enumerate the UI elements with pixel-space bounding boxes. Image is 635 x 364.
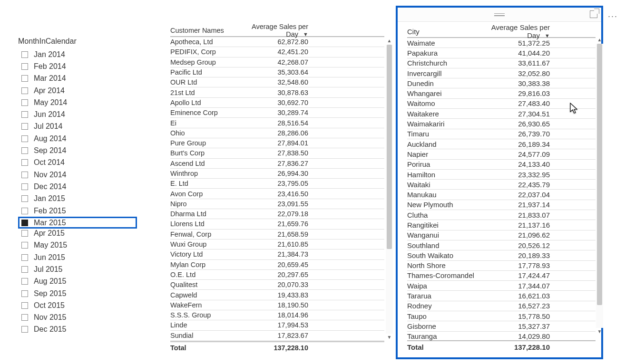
scroll-down-icon[interactable]: ▼: [387, 334, 392, 341]
checkbox-icon[interactable]: [21, 111, 28, 118]
table-row[interactable]: Apotheca, Ltd62,872.80: [170, 37, 384, 47]
visual-header[interactable]: [398, 8, 601, 22]
slicer-item[interactable]: Feb 2014: [18, 60, 137, 72]
table-row[interactable]: Taupo15,778.50: [407, 311, 596, 321]
slicer-item[interactable]: Sep 2015: [18, 287, 137, 299]
table-row[interactable]: Nipro23,091.55: [170, 199, 384, 209]
checkbox-icon[interactable]: [21, 208, 28, 214]
table-row[interactable]: E. Ltd23,795.05: [170, 179, 384, 189]
column-header-customer[interactable]: Customer Names: [170, 27, 251, 34]
table-row[interactable]: Tauranga14,029.80: [407, 332, 596, 340]
table-row[interactable]: Napier24,577.09: [407, 149, 596, 159]
slicer-item[interactable]: Apr 2014: [18, 85, 137, 96]
checkbox-icon[interactable]: [21, 99, 28, 106]
slicer-item[interactable]: Jan 2014: [18, 48, 137, 60]
table-row[interactable]: Ascend Ltd27,836.27: [170, 159, 384, 169]
column-header-avg-sales[interactable]: Average Sales per Day ▼: [483, 23, 550, 39]
table-row[interactable]: New Plymouth21,937.14: [407, 200, 596, 210]
table-row[interactable]: Wuxi Group21,610.85: [170, 239, 384, 249]
table-row[interactable]: Papakura41,044.20: [407, 48, 596, 58]
table-row[interactable]: Tararua16,621.03: [407, 291, 596, 301]
table-row[interactable]: Timaru26,739.70: [407, 129, 596, 139]
scrollbar[interactable]: ▲ ▼: [386, 37, 393, 341]
table-row[interactable]: Rodney16,527.23: [407, 301, 596, 311]
slicer-item[interactable]: Aug 2014: [18, 133, 137, 144]
table-row[interactable]: Invercargill32,052.80: [407, 68, 596, 78]
slicer-item[interactable]: Nov 2014: [18, 169, 137, 181]
table-row[interactable]: Waipa17,344.07: [407, 281, 596, 291]
table-row[interactable]: North Shore17,778.93: [407, 261, 596, 271]
table-row[interactable]: Linde17,994.53: [170, 320, 384, 330]
table-row[interactable]: Pacific Ltd35,303.64: [170, 67, 384, 77]
drag-grip-icon[interactable]: [494, 13, 505, 16]
table-row[interactable]: Christchurch33,611.67: [407, 58, 596, 68]
table-row[interactable]: PEDIFIX, Corp42,451.20: [170, 47, 384, 57]
scroll-thumb[interactable]: [387, 45, 392, 249]
checkbox-icon[interactable]: [21, 159, 28, 166]
table-row[interactable]: Waimakariri26,930.65: [407, 119, 596, 129]
checkbox-icon[interactable]: [21, 242, 28, 249]
table-row[interactable]: Llorens Ltd21,659.76: [170, 219, 384, 229]
checkbox-icon[interactable]: [21, 230, 28, 237]
table-row[interactable]: Gisborne15,327.37: [407, 321, 596, 331]
table-row[interactable]: Burt's Corp27,838.50: [170, 148, 384, 158]
city-table-visual-selected[interactable]: City Average Sales per Day ▼ Waimate51,3…: [396, 6, 603, 359]
table-row[interactable]: Capweld19,433.83: [170, 290, 384, 300]
slicer-item[interactable]: Jul 2014: [18, 121, 137, 133]
table-row[interactable]: Eminence Corp30,289.74: [170, 108, 384, 118]
table-row[interactable]: Whangarei29,816.03: [407, 88, 596, 98]
checkbox-icon[interactable]: [21, 220, 28, 226]
table-row[interactable]: Porirua24,133.40: [407, 160, 596, 170]
slicer-item[interactable]: Dec 2015: [18, 324, 137, 335]
slicer-item[interactable]: Sep 2014: [18, 144, 137, 156]
slicer-item[interactable]: Jun 2014: [18, 108, 137, 120]
table-row[interactable]: Waitakere27,304.51: [407, 109, 596, 119]
table-row[interactable]: Southland20,526.12: [407, 240, 596, 250]
slicer-item[interactable]: Oct 2014: [18, 157, 137, 169]
table-row[interactable]: Dharma Ltd22,079.18: [170, 209, 384, 219]
table-row[interactable]: OUR Ltd32,548.60: [170, 77, 384, 87]
checkbox-icon[interactable]: [21, 278, 28, 285]
checkbox-icon[interactable]: [21, 123, 28, 130]
table-row[interactable]: S.S.S. Group18,014.96: [170, 310, 384, 320]
scroll-thumb[interactable]: [597, 44, 602, 305]
table-row[interactable]: Winthrop26,994.30: [170, 169, 384, 179]
table-row[interactable]: Dunedin30,383.38: [407, 78, 596, 88]
slicer-item[interactable]: Jan 2015: [18, 193, 137, 205]
checkbox-icon[interactable]: [21, 183, 28, 190]
slicer-item[interactable]: Nov 2015: [18, 312, 137, 324]
checkbox-icon[interactable]: [21, 51, 28, 58]
scrollbar[interactable]: ▲ ▼: [596, 36, 603, 335]
scroll-down-icon[interactable]: ▼: [597, 328, 602, 335]
table-row[interactable]: Mylan Corp20,659.45: [170, 260, 384, 270]
table-row[interactable]: Victory Ltd21,384.73: [170, 249, 384, 259]
checkbox-icon[interactable]: [21, 63, 28, 70]
checkbox-icon[interactable]: [21, 326, 28, 333]
table-row[interactable]: Waitaki22,435.79: [407, 180, 596, 190]
table-row[interactable]: Qualitest20,070.33: [170, 280, 384, 290]
slicer-item[interactable]: Oct 2015: [18, 299, 137, 311]
checkbox-icon[interactable]: [21, 135, 28, 142]
table-row[interactable]: Waimate51,372.25: [407, 38, 596, 48]
table-row[interactable]: Auckland26,189.34: [407, 139, 596, 149]
checkbox-icon[interactable]: [21, 266, 28, 273]
table-row[interactable]: Hamilton23,332.95: [407, 170, 596, 180]
checkbox-icon[interactable]: [21, 147, 28, 154]
table-row[interactable]: Ei28,516.54: [170, 118, 384, 128]
scroll-track[interactable]: [386, 45, 393, 334]
slicer-item[interactable]: Jul 2015: [18, 263, 137, 275]
table-row[interactable]: South Waikato20,189.33: [407, 250, 596, 260]
slicer-item[interactable]: Dec 2014: [18, 181, 137, 192]
table-row[interactable]: Sundial17,823.67: [170, 331, 384, 341]
table-row[interactable]: 21st Ltd30,878.63: [170, 87, 384, 97]
more-options-icon[interactable]: ···: [608, 11, 618, 21]
scroll-up-icon[interactable]: ▲: [597, 36, 602, 44]
table-row[interactable]: Wanganui21,096.62: [407, 230, 596, 240]
scroll-track[interactable]: [596, 44, 603, 328]
table-row[interactable]: Waitomo27,483.40: [407, 99, 596, 109]
table-row[interactable]: Medsep Group42,268.07: [170, 57, 384, 67]
slicer-item[interactable]: Apr 2015: [18, 227, 137, 239]
checkbox-icon[interactable]: [21, 302, 28, 309]
slicer-item[interactable]: Aug 2015: [18, 276, 137, 287]
scroll-up-icon[interactable]: ▲: [387, 37, 392, 45]
